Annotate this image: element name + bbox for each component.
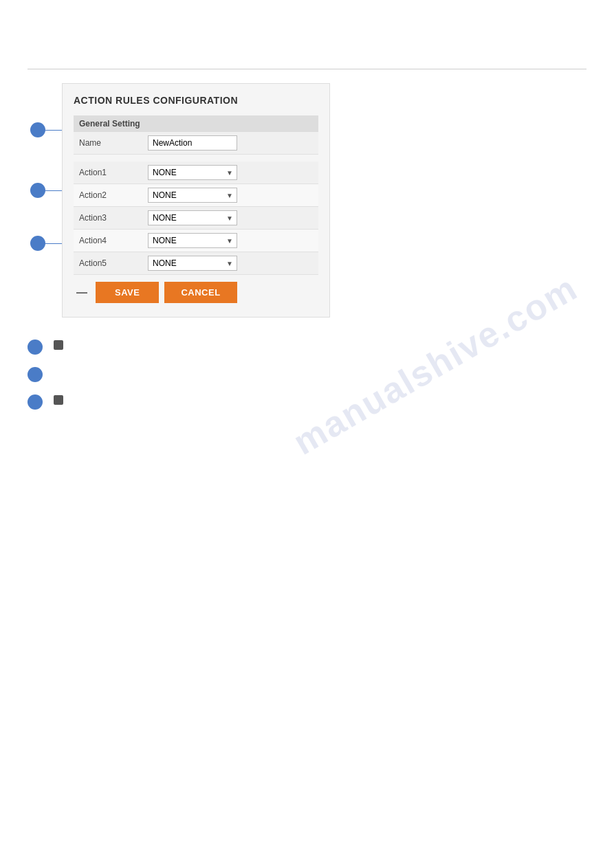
action-row: Action2NONE▼ [74,184,318,207]
panel-title: ACTION RULES CONFIGURATION [74,95,318,106]
bottom-dot-2 [28,367,43,382]
bottom-dot-3 [28,394,43,410]
action-select-cell: NONE▼ [142,230,318,252]
dash-separator: — [74,287,90,299]
action-label: Action1 [74,162,142,184]
save-button[interactable]: SAVE [96,282,159,303]
annotation-text-1 [52,338,63,350]
action-label: Action2 [74,184,142,207]
action-label: Action3 [74,207,142,230]
cancel-button[interactable]: CANCEL [164,282,237,303]
bottom-annotations [0,338,614,410]
action-select-1[interactable]: NONE [148,165,237,180]
actions-table: Action1NONE▼Action2NONE▼Action3NONE▼Acti… [74,162,318,275]
action-row: Action4NONE▼ [74,230,318,252]
config-panel: ACTION RULES CONFIGURATION General Setti… [62,83,330,318]
annotation-text-3 [52,393,63,405]
general-setting-header: General Setting [74,115,318,132]
action-select-cell: NONE▼ [142,252,318,275]
annotation-row-2 [28,366,586,382]
top-divider [28,69,586,69]
action-row: Action1NONE▼ [74,162,318,184]
name-input[interactable] [148,135,237,151]
annotation-row-3 [28,393,586,410]
name-field-row: Name [74,132,318,155]
annotation-dot-2 [30,183,45,198]
sub-icon-1 [54,340,63,350]
action-label: Action4 [74,230,142,252]
action-row: Action5NONE▼ [74,252,318,275]
action-select-4[interactable]: NONE [148,233,237,248]
action-label: Action5 [74,252,142,275]
action-select-cell: NONE▼ [142,184,318,207]
name-label: Name [79,138,148,148]
action-select-cell: NONE▼ [142,162,318,184]
sub-icon-3 [54,395,63,405]
action-select-5[interactable]: NONE [148,256,237,271]
buttons-row: — SAVE CANCEL [74,282,318,303]
annotation-row-1 [28,338,586,355]
action-select-3[interactable]: NONE [148,210,237,225]
annotations-left [28,83,62,318]
action-select-cell: NONE▼ [142,207,318,230]
action-row: Action3NONE▼ [74,207,318,230]
page-container: ACTION RULES CONFIGURATION General Setti… [0,69,614,868]
annotation-dot-3 [30,236,45,251]
bottom-dot-1 [28,340,43,355]
annotation-dot-1 [30,122,45,137]
action-select-2[interactable]: NONE [148,188,237,203]
